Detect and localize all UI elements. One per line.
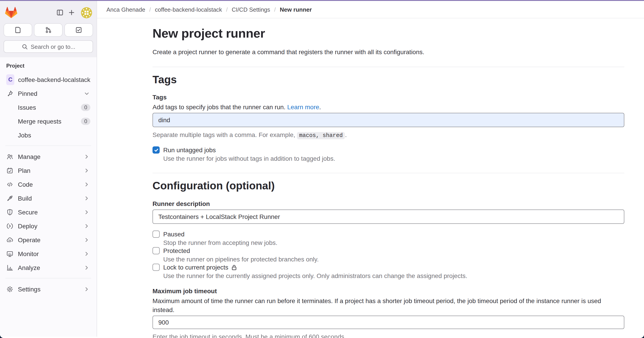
- sidebar-item-operate[interactable]: Operate: [4, 233, 93, 247]
- protected-option: ProtectedUse the runner on pipelines for…: [152, 247, 624, 263]
- run-untagged-jobs-help: Use the runner for jobs without tags in …: [163, 154, 624, 163]
- chevron-right-icon: [83, 208, 90, 216]
- search-icon: [21, 43, 28, 50]
- sidebar-context-header: Search or go to...: [0, 1, 96, 57]
- merge-request-icon: [45, 27, 52, 34]
- sidebar-item-label: Manage: [18, 153, 40, 160]
- issues-icon: [14, 27, 22, 34]
- sidebar-item-label: Build: [18, 194, 32, 202]
- sidebar-item-label: Secure: [18, 208, 38, 216]
- maximum-job-timeout-input[interactable]: [152, 316, 624, 329]
- sidebar-item-label: Merge requests: [18, 118, 62, 125]
- sidebar-current-project[interactable]: C coffee-backend-localstack: [4, 73, 93, 86]
- maximum-job-timeout-hint: Enter the job timeout in seconds. Must b…: [152, 333, 624, 338]
- code-icon: [6, 181, 14, 188]
- sidebar-toggle-button[interactable]: [54, 7, 66, 18]
- super-sidebar: Search or go to... Project C coffee-back…: [0, 1, 97, 337]
- paused-checkbox[interactable]: [152, 231, 160, 238]
- lock-to-current-projects-label[interactable]: Lock to current projects: [163, 263, 237, 271]
- user-avatar[interactable]: [81, 7, 92, 18]
- breadcrumb-item-coffee-backend-localstack[interactable]: coffee-backend-localstack: [155, 6, 222, 13]
- tags-section-heading: Tags: [152, 73, 624, 86]
- gitlab-logo[interactable]: [4, 6, 18, 19]
- tanuki-icon: [4, 6, 18, 19]
- chevron-right-icon: [83, 250, 90, 257]
- runner-description-input[interactable]: [152, 209, 624, 224]
- chevron-right-icon: [83, 285, 90, 292]
- sidebar-section-label: Project: [6, 63, 90, 69]
- configuration-section-heading: Configuration (optional): [152, 179, 624, 192]
- sidebar-item-settings[interactable]: Settings: [4, 282, 93, 296]
- search-input[interactable]: Search or go to...: [4, 40, 93, 53]
- sidebar-divider: [5, 278, 91, 278]
- sidebar-item-analyze[interactable]: Analyze: [4, 260, 93, 274]
- sidebar-item-manage[interactable]: Manage: [4, 150, 93, 163]
- merge-requests-shortcut-button[interactable]: [34, 23, 62, 37]
- count-badge: 0: [81, 118, 90, 125]
- chevron-right-icon: [83, 236, 90, 243]
- sidebar-nav: Project C coffee-backend-localstack Pinn…: [0, 57, 96, 337]
- lock-to-current-projects-option: Lock to current projectsUse the runner f…: [152, 263, 624, 280]
- breadcrumb-item-anca-ghenade[interactable]: Anca Ghenade: [106, 6, 145, 13]
- todo-check-icon: [75, 27, 82, 34]
- paused-option: PausedStop the runner from accepting new…: [152, 230, 624, 247]
- chevron-right-icon: [83, 167, 90, 174]
- main-panel: Anca Ghenade/coffee-backend-localstack/C…: [97, 1, 644, 337]
- pinned-label: Pinned: [18, 90, 37, 97]
- pin-icon: [6, 90, 14, 97]
- section-divider: [152, 67, 624, 67]
- protected-help: Use the runner on pipelines for protecte…: [163, 255, 624, 263]
- paused-label[interactable]: Paused: [163, 230, 184, 238]
- sidebar-item-monitor[interactable]: Monitor: [4, 247, 93, 260]
- sidebar-divider: [5, 146, 91, 146]
- pinned-items-list: Issues0Merge requests0Jobs: [4, 100, 93, 142]
- calendar-icon: [6, 167, 14, 174]
- deploy-icon: [6, 222, 14, 229]
- learn-more-link[interactable]: Learn more: [287, 103, 319, 111]
- project-name: coffee-backend-localstack: [18, 76, 90, 83]
- lock-to-current-projects-checkbox[interactable]: [152, 264, 160, 271]
- panel-left-icon: [56, 9, 64, 16]
- issues-shortcut-button[interactable]: [4, 23, 32, 37]
- sidebar-item-issues[interactable]: Issues0: [4, 100, 93, 114]
- breadcrumb-item-ci-cd-settings[interactable]: CI/CD Settings: [232, 6, 270, 13]
- sidebar-item-label: Jobs: [18, 131, 31, 139]
- avatar-identicon: [81, 7, 92, 18]
- tags-input[interactable]: [152, 113, 624, 127]
- todo-shortcut-button[interactable]: [64, 23, 93, 37]
- page-title: New project runner: [152, 26, 624, 41]
- protected-checkbox[interactable]: [152, 247, 160, 254]
- sidebar-item-label: Plan: [18, 167, 30, 174]
- sidebar-item-jobs[interactable]: Jobs: [4, 128, 93, 142]
- plus-icon: [68, 9, 75, 16]
- sidebar-item-code[interactable]: Code: [4, 177, 93, 191]
- protected-label[interactable]: Protected: [163, 247, 190, 255]
- run-untagged-jobs-checkbox[interactable]: [152, 146, 160, 154]
- sidebar-nav-list: ManagePlanCodeBuildSecureDeployOperateMo…: [4, 150, 93, 296]
- check-icon: [154, 148, 158, 152]
- maximum-job-timeout-label: Maximum job timeout: [152, 287, 624, 295]
- sidebar-item-label: Code: [18, 181, 33, 188]
- breadcrumb-separator: /: [149, 6, 151, 13]
- breadcrumb-item-new-runner: New runner: [280, 6, 312, 13]
- sidebar-item-plan[interactable]: Plan: [4, 163, 93, 177]
- sidebar-item-pinned[interactable]: Pinned: [4, 86, 93, 100]
- sidebar-item-deploy[interactable]: Deploy: [4, 219, 93, 233]
- cloud-icon: [6, 236, 14, 243]
- new-runner-form: New project runner Create a project runn…: [152, 18, 624, 338]
- users-icon: [6, 153, 14, 160]
- project-avatar: C: [6, 74, 14, 85]
- runner-description-label: Runner description: [152, 200, 624, 208]
- chevron-down-icon: [83, 90, 90, 97]
- sidebar-item-build[interactable]: Build: [4, 191, 93, 205]
- run-untagged-jobs-label[interactable]: Run untagged jobs: [163, 146, 216, 154]
- monitor-icon: [6, 250, 14, 257]
- lock-to-current-projects-help: Use the runner for the currently assigne…: [163, 272, 624, 280]
- create-new-button[interactable]: [66, 7, 77, 18]
- gitlab-app-window: Search or go to... Project C coffee-back…: [0, 0, 644, 338]
- lock-icon: [230, 264, 237, 271]
- sidebar-item-secure[interactable]: Secure: [4, 205, 93, 219]
- breadcrumb: Anca Ghenade/coffee-backend-localstack/C…: [97, 1, 644, 18]
- sidebar-item-merge-requests[interactable]: Merge requests0: [4, 114, 93, 128]
- sidebar-item-label: Monitor: [18, 250, 39, 257]
